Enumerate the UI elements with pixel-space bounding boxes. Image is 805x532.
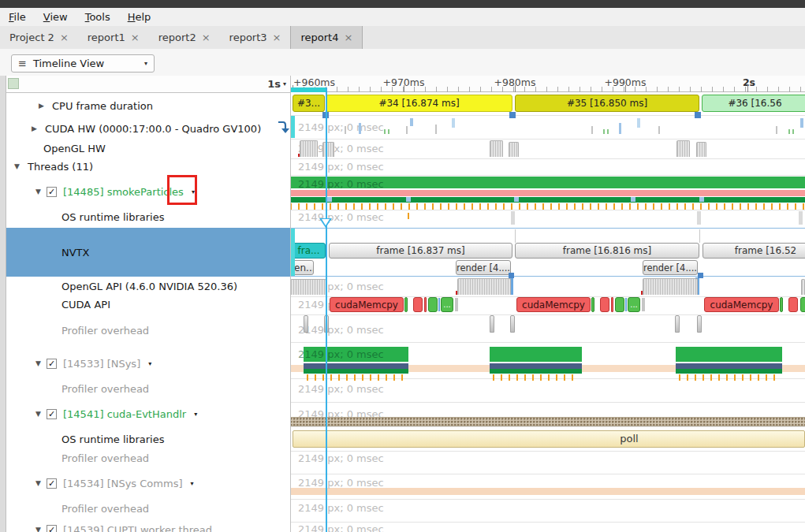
cuda-api-event[interactable] [788, 297, 798, 312]
cuda-memcpy-bar[interactable]: cudaMemcpy [516, 297, 591, 312]
tree-row-os-runtime[interactable]: OS runtime libraries [6, 207, 290, 226]
state-marker [327, 197, 332, 202]
thread-state-darkgreen-bar[interactable] [290, 197, 805, 203]
thread-options-caret-icon[interactable]: ▾ [190, 480, 193, 487]
menu-file[interactable]: File [0, 11, 35, 23]
row-indicator-stripe [291, 229, 295, 276]
expander-icon[interactable]: ▼ [34, 479, 43, 487]
timeline-cursor-line[interactable] [326, 87, 327, 532]
tree-row-cpu-frame-duration[interactable]: ▶ CPU frame duration [6, 96, 290, 115]
tree-row-nvtx-selected[interactable]: NVTX [6, 228, 290, 277]
close-icon[interactable]: × [273, 32, 281, 43]
view-selector-dropdown[interactable]: ≡ Timeline View ▾ [11, 54, 155, 73]
ruler-major-tick [404, 85, 404, 92]
cuda-api-event[interactable] [800, 297, 805, 312]
cpu-frame-bar[interactable]: #34 [16.874 ms] [326, 95, 512, 112]
tab-bar: Project 2 × report1 × report2 × report3 … [0, 26, 805, 50]
tree-row-profiler-overhead[interactable]: Profiler overhead [6, 321, 290, 340]
thread-options-caret-icon[interactable]: ▾ [148, 360, 151, 367]
tab-report1[interactable]: report1 × [78, 26, 149, 49]
close-icon[interactable]: × [202, 32, 211, 43]
tree-row-os-runtime[interactable]: OS runtime libraries [6, 430, 290, 448]
tree-row-thread-nsys[interactable]: ▼ ✓ [14533] [NSys] ▾ [6, 354, 290, 373]
nvtx-frame-bar[interactable]: frame [16.816 ms] [515, 243, 699, 259]
row-density-label: 2149 px; 0 msec [298, 502, 384, 514]
cuda-api-event-more[interactable]: ... [441, 297, 453, 312]
jump-to-row-icon[interactable] [276, 120, 289, 135]
thread-checkbox[interactable]: ✓ [47, 478, 57, 489]
os-runtime-poll-bar[interactable] [293, 430, 805, 448]
menu-view[interactable]: View [35, 11, 76, 23]
nvtx-render-bar[interactable]: ren... [292, 260, 314, 275]
cuda-api-event[interactable] [615, 297, 624, 312]
nvtx-render-bar[interactable]: render [4.... [643, 260, 698, 275]
close-icon[interactable]: × [131, 32, 140, 43]
expander-icon[interactable]: ▼ [34, 359, 43, 367]
expander-icon[interactable]: ▼ [34, 188, 43, 195]
cpu-frame-bar[interactable]: #35 [16.850 ms] [515, 95, 699, 112]
row-density-label: 2149 px; 0 msec [298, 178, 384, 190]
nvtx-render-bar[interactable]: render [4.... [456, 260, 511, 275]
tab-report2[interactable]: report2 × [149, 26, 220, 49]
cuda-api-event[interactable] [611, 297, 613, 312]
thread-state-band [290, 488, 805, 495]
menu-help[interactable]: Help [119, 11, 160, 23]
tree-row-opengl-api[interactable]: OpenGL API (4.6.0 NVIDIA 520.36) [6, 277, 290, 296]
tree-header [6, 76, 290, 93]
cpu-frame-bar[interactable]: #3... [293, 95, 325, 112]
row-density-label: 2149 px; 0 msec [298, 161, 384, 173]
cpu-frame-bar[interactable]: #36 [16.56 [702, 95, 805, 112]
tab-report3[interactable]: report3 × [220, 26, 291, 49]
cuda-api-event[interactable] [428, 297, 438, 312]
state-marker [514, 197, 519, 202]
cuda-api-event[interactable] [413, 297, 423, 312]
thread-checkbox[interactable]: ✓ [47, 359, 57, 369]
tree-row-cuda-api[interactable]: CUDA API [6, 295, 290, 314]
nvtx-frame-bar-selected[interactable]: fra... [292, 243, 326, 259]
chevron-down-icon: ▾ [144, 60, 147, 67]
expander-icon[interactable]: ▶ [37, 102, 46, 110]
close-icon[interactable]: × [344, 32, 352, 43]
timeline-scale-label[interactable]: 1s [260, 78, 281, 90]
row-density-label: 2149 px; 0 msec [298, 348, 384, 360]
cuda-api-event[interactable] [424, 297, 427, 312]
tree-row-opengl-hw[interactable]: OpenGL HW [6, 139, 290, 158]
thread-state-salmon-bar[interactable] [290, 190, 805, 196]
thread-checkbox[interactable]: ✓ [47, 525, 57, 532]
tree-row-thread-smokeparticles[interactable]: ▼ ✓ [14485] smokeParticles ▾ [6, 182, 290, 201]
tree-row-profiler-overhead[interactable]: Profiler overhead [6, 499, 290, 518]
tree-row-thread-nsys-comms[interactable]: ▼ ✓ [14534] [NSys Comms] ▾ [6, 474, 290, 493]
tab-project-2[interactable]: Project 2 × [0, 26, 78, 49]
chevron-down-icon[interactable]: ▾ [283, 80, 286, 87]
ruler-minor-ticks [290, 87, 805, 92]
panel-splitter[interactable] [290, 76, 291, 532]
ruler-major-tick [747, 85, 748, 92]
thread-options-caret-icon[interactable]: ▾ [194, 411, 197, 418]
expander-icon[interactable]: ▼ [34, 526, 43, 532]
tree-row-thread-cuda-evthandlr[interactable]: ▼ ✓ [14541] cuda-EvtHandlr ▾ [6, 404, 290, 423]
cuda-api-event-more[interactable]: ... [628, 297, 640, 312]
close-icon[interactable]: × [60, 32, 69, 43]
nvtx-frame-bar[interactable]: frame [16.837 ms] [329, 243, 512, 259]
tree-row-profiler-overhead[interactable]: Profiler overhead [6, 448, 290, 467]
orange-event-ticks [290, 203, 805, 210]
cuda-memcpy-bar[interactable]: cudaMemcpy [704, 297, 779, 312]
tree-row-cuda-hw[interactable]: ▶ CUDA HW (0000:17:00.0 - Quadro GV100) [6, 119, 290, 138]
nvtx-frame-bar[interactable]: frame [16.52 [703, 243, 805, 259]
thread-checkbox[interactable]: ✓ [47, 187, 57, 197]
tree-row-profiler-overhead[interactable]: Profiler overhead [6, 379, 290, 398]
cuda-api-event[interactable] [404, 297, 408, 312]
expander-icon[interactable]: ▼ [34, 410, 43, 418]
cuda-memcpy-bar[interactable]: cudaMemcpy [330, 297, 404, 312]
expander-icon[interactable]: ▶ [30, 125, 39, 132]
expander-icon[interactable]: ▼ [13, 162, 21, 170]
tree-row-threads[interactable]: ▼ Threads (11) [6, 157, 290, 176]
tab-report4[interactable]: report4 × [290, 26, 363, 49]
cuda-api-event[interactable] [591, 297, 594, 312]
cuda-api-event[interactable] [600, 297, 609, 312]
tree-header-swatch [8, 78, 19, 89]
cuda-api-event[interactable] [780, 297, 783, 312]
menu-tools[interactable]: Tools [76, 11, 119, 23]
thread-checkbox[interactable]: ✓ [47, 409, 57, 419]
tree-row-thread-cupti[interactable]: ▼ ✓ [14539] CUPTI worker thread [6, 520, 290, 532]
